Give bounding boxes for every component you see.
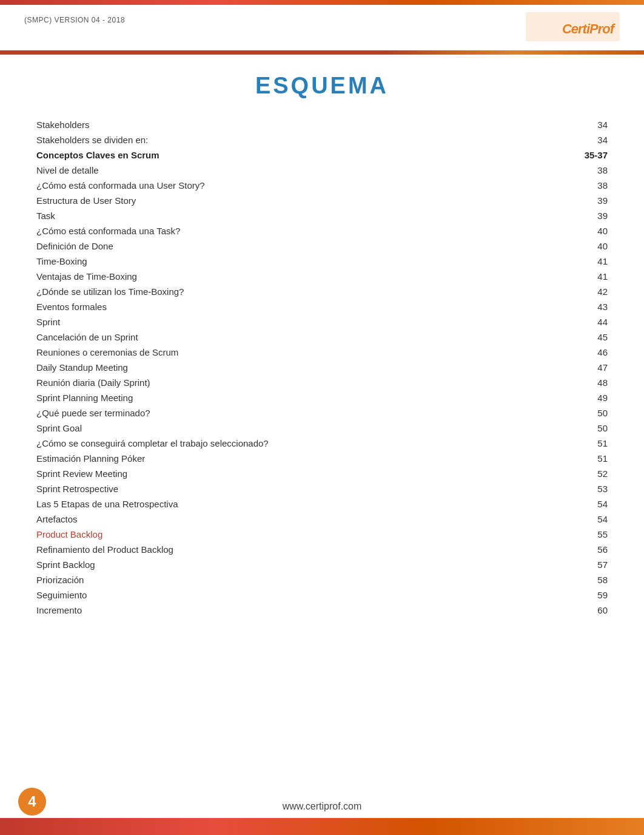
version-text: (SMPC) VERSION 04 - 2018 (24, 12, 125, 24)
logo-area: CertiProf (523, 12, 620, 46)
toc-item-page-24: 53 (577, 484, 608, 494)
toc-item-text-3: Nivel de detalle (36, 165, 577, 175)
toc-item-text-12: Eventos formales (36, 302, 577, 312)
toc-item-page-7: 40 (577, 226, 608, 236)
page-title: ESQUEMA (0, 73, 644, 99)
toc-item: Sprint44 (36, 314, 608, 330)
toc-item-text-6: Task (36, 211, 577, 221)
header: (SMPC) VERSION 04 - 2018 CertiProf (0, 5, 644, 50)
toc-item-page-11: 42 (577, 286, 608, 297)
toc-item-text-17: Reunión diaria (Daily Sprint) (36, 377, 577, 388)
toc-item: Definición de Done40 (36, 238, 608, 254)
toc-item-page-31: 59 (577, 590, 608, 600)
toc-item-text-10: Ventajas de Time-Boxing (36, 271, 577, 282)
toc-item: Priorización58 (36, 572, 608, 587)
logo-text-certi: Certi (562, 21, 589, 36)
toc-item-text-29: Sprint Backlog (36, 559, 577, 570)
toc-item-text-25: Las 5 Etapas de una Retrospectiva (36, 499, 577, 509)
toc-item-page-17: 48 (577, 377, 608, 388)
toc-item-text-22: Estimación Planning Póker (36, 453, 577, 464)
toc-item-text-20: Sprint Goal (36, 423, 577, 433)
toc-item-text-5: Estructura de User Story (36, 195, 577, 206)
toc-item-text-16: Daily Standup Meeting (36, 362, 577, 373)
toc-item: Ventajas de Time-Boxing41 (36, 269, 608, 284)
toc-item-page-6: 39 (577, 211, 608, 221)
toc-item-page-19: 50 (577, 408, 608, 418)
toc-item-page-10: 41 (577, 271, 608, 282)
toc-item: Conceptos Claves en Scrum35-37 (36, 147, 608, 163)
toc-item-page-1: 34 (577, 135, 608, 145)
toc-item-text-31: Seguimiento (36, 590, 577, 600)
toc-item: Las 5 Etapas de una Retrospectiva54 (36, 496, 608, 512)
toc-item-page-14: 45 (577, 332, 608, 342)
toc-item-page-25: 54 (577, 499, 608, 509)
toc-item-page-30: 58 (577, 575, 608, 585)
toc-item-page-28: 56 (577, 544, 608, 555)
toc-item-text-18: Sprint Planning Meeting (36, 393, 577, 403)
toc-item-page-0: 34 (577, 120, 608, 130)
toc-item: ¿Dónde se utilizan los Time-Boxing?42 (36, 284, 608, 299)
footer-url: www.certiprof.com (283, 801, 362, 812)
toc-item: Seguimiento59 (36, 587, 608, 603)
toc-item: Sprint Retrospective53 (36, 481, 608, 496)
toc-item-page-20: 50 (577, 423, 608, 433)
toc-item: Stakeholders34 (36, 117, 608, 132)
toc-item-text-4: ¿Cómo está conformada una User Story? (36, 180, 577, 191)
toc-item-text-21: ¿Cómo se conseguirá completar el trabajo… (36, 438, 577, 448)
toc-item-page-27: 55 (577, 529, 608, 539)
toc-item: Reunión diaria (Daily Sprint)48 (36, 375, 608, 390)
toc-item: Reuniones o ceremonias de Scrum46 (36, 345, 608, 360)
toc-item-text-19: ¿Qué puede ser terminado? (36, 408, 577, 418)
toc-item-text-15: Reuniones o ceremonias de Scrum (36, 347, 577, 357)
toc-item: Daily Standup Meeting47 (36, 360, 608, 375)
toc-item-page-18: 49 (577, 393, 608, 403)
toc-item-text-13: Sprint (36, 317, 577, 327)
toc-item-text-24: Sprint Retrospective (36, 484, 577, 494)
toc-item-page-3: 38 (577, 165, 608, 175)
toc-item-page-32: 60 (577, 605, 608, 615)
toc-item: Sprint Backlog57 (36, 557, 608, 572)
page-footer: 4 www.certiprof.com (0, 801, 644, 835)
toc-item-text-1: Stakeholders se dividen en: (36, 135, 577, 145)
toc-item-text-11: ¿Dónde se utilizan los Time-Boxing? (36, 286, 577, 297)
toc-item: Eventos formales43 (36, 299, 608, 314)
toc-item: Product Backlog55 (36, 527, 608, 542)
toc-item-text-27: Product Backlog (36, 529, 577, 539)
red-bar (0, 50, 644, 55)
top-bar (0, 0, 644, 5)
toc-item-page-21: 51 (577, 438, 608, 448)
toc-item-text-7: ¿Cómo está conformada una Task? (36, 226, 577, 236)
toc-item-text-2: Conceptos Claves en Scrum (36, 150, 577, 160)
toc-item-page-29: 57 (577, 559, 608, 570)
toc-item-text-28: Refinamiento del Product Backlog (36, 544, 577, 555)
toc-item: Cancelación de un Sprint45 (36, 330, 608, 345)
toc-item-page-2: 35-37 (577, 150, 608, 160)
toc-item: Artefactos54 (36, 512, 608, 527)
toc-item-text-14: Cancelación de un Sprint (36, 332, 577, 342)
toc-item-page-26: 54 (577, 514, 608, 524)
toc-item-page-5: 39 (577, 195, 608, 206)
logo-text-prof: Prof (589, 21, 614, 36)
toc-item-page-22: 51 (577, 453, 608, 464)
toc-item-page-23: 52 (577, 468, 608, 479)
toc-container: Stakeholders34Stakeholders se dividen en… (0, 117, 644, 618)
toc-item-text-30: Priorización (36, 575, 577, 585)
footer-bottom-bar (0, 818, 644, 835)
toc-item: Sprint Planning Meeting49 (36, 390, 608, 405)
toc-item: Task39 (36, 208, 608, 223)
toc-item: Time-Boxing41 (36, 254, 608, 269)
toc-item: ¿Cómo se conseguirá completar el trabajo… (36, 436, 608, 451)
toc-item: Refinamiento del Product Backlog56 (36, 542, 608, 557)
toc-item-page-9: 41 (577, 256, 608, 266)
toc-item: ¿Cómo está conformada una User Story?38 (36, 178, 608, 193)
logo: CertiProf (556, 18, 620, 41)
toc-item-text-26: Artefactos (36, 514, 577, 524)
toc-item-text-23: Sprint Review Meeting (36, 468, 577, 479)
toc-item-text-9: Time-Boxing (36, 256, 577, 266)
toc-item-text-0: Stakeholders (36, 120, 577, 130)
toc-item: Stakeholders se dividen en:34 (36, 132, 608, 147)
toc-item-page-15: 46 (577, 347, 608, 357)
logo-text: CertiProf (562, 21, 614, 36)
page-number: 4 (18, 788, 46, 816)
toc-item: ¿Cómo está conformada una Task?40 (36, 223, 608, 238)
